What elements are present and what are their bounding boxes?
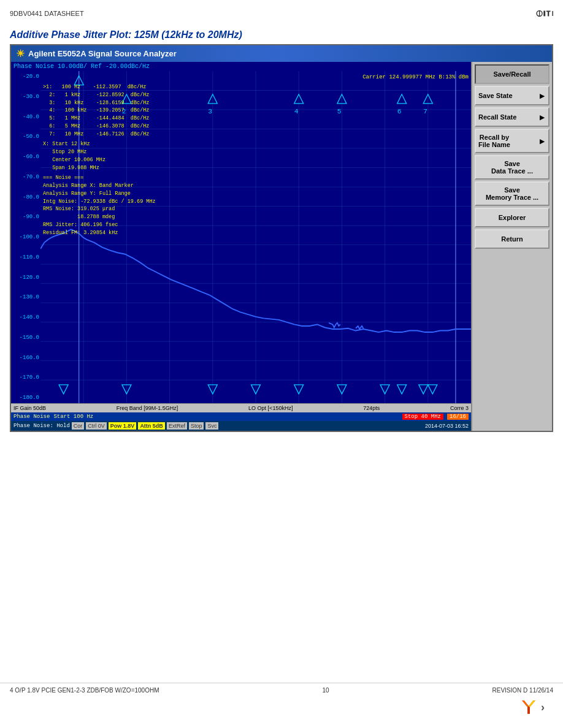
chart-content: -20.0 -30.0 -40.0 -50.0 -60.0 -70.0 -80.… [11, 71, 471, 403]
svg-rect-2 [543, 11, 545, 17]
return-button[interactable]: Return [475, 229, 550, 249]
y-label: -170.0 [12, 374, 39, 381]
y-axis: -20.0 -30.0 -40.0 -50.0 -60.0 -70.0 -80.… [11, 71, 40, 403]
recall-by-filename-button[interactable]: Recall byFile Name ▶ [475, 129, 550, 153]
save-recall-button[interactable]: Save/Recall [475, 64, 550, 84]
status-bar-3: Phase Noise: Hold Cor Ctrl 0V Pow 1.8V A… [11, 421, 471, 431]
footer-center: 10 [322, 687, 329, 694]
status-bar-2: Phase Noise Start 100 Hz Stop 40 MHz 16/… [11, 412, 471, 421]
ctrl-item: Ctrl 0V [86, 422, 107, 430]
corr: Corre 3 [450, 405, 469, 411]
arrow-icon: ▶ [540, 93, 545, 99]
start-label: Start 100 Hz [53, 414, 93, 420]
y-label: -100.0 [12, 234, 39, 240]
cor-item: Cor [72, 422, 85, 430]
chart-header: Phase Noise 10.00dB/ Ref -20.00dBc/Hz [11, 62, 471, 71]
hold-status: Phase Noise: Hold [13, 423, 70, 429]
extref-item: ExtRef [167, 422, 187, 430]
datetime: 2014-07-03 16:52 [425, 423, 469, 429]
chart-area: 2 3 4 5 6 7 Carrier 124.999977 MHz B:13%… [40, 71, 471, 403]
y-label: -70.0 [12, 174, 39, 180]
y-label: -50.0 [12, 134, 39, 140]
pow-item: Pow 1.8V [109, 422, 137, 430]
stop-item: Stop [189, 422, 204, 430]
page-title: Additive Phase Jitter Plot: 125M (12kHz … [0, 25, 563, 44]
instrument-titlebar: ☀ Agilent E5052A Signal Source Analyzer [11, 45, 552, 62]
y-label: -40.0 [12, 114, 39, 120]
svc-item: Svc [205, 422, 218, 430]
arrow-icon: ▶ [540, 114, 545, 121]
y-label: -130.0 [12, 294, 39, 300]
phase-noise-label: Phase Noise [13, 414, 50, 420]
y-label: -160.0 [12, 355, 39, 361]
arrow-icon: ▶ [540, 138, 545, 145]
svg-text:5: 5 [337, 108, 342, 115]
blank-area [0, 432, 563, 665]
if-gain: IF Gain 50dB [13, 405, 46, 411]
document-header: 9DBV0441 DATASHEET IDT [0, 0, 563, 25]
lo-opt: LO Opt [<150kHz] [248, 405, 293, 411]
page-number: 16/16 [447, 414, 469, 420]
y-logo-svg [518, 696, 540, 718]
idt-logo-icon: IDT [536, 5, 553, 22]
y-label: -180.0 [12, 395, 39, 401]
y-label: -150.0 [12, 335, 39, 341]
stop-info: Stop 40 MHz [402, 414, 443, 420]
y-label: -30.0 [12, 94, 39, 100]
save-state-button[interactable]: Save State ▶ [475, 86, 550, 105]
save-data-trace-button[interactable]: SaveData Trace ... [475, 155, 550, 180]
freq-band: Freq Band [99M-1.5GHz] [117, 405, 178, 411]
y-label: -140.0 [12, 314, 39, 320]
instrument-title: Agilent E5052A Signal Source Analyzer [28, 49, 177, 58]
y-label: -120.0 [12, 275, 39, 281]
y-label: -90.0 [12, 214, 39, 220]
y-label: -20.0 [12, 74, 39, 80]
idt-logo: IDT [536, 5, 553, 22]
part-number: 9DBV0441 DATASHEET [10, 10, 84, 17]
footer-right: REVISION D 11/26/14 [492, 687, 554, 694]
pts: 724pts [363, 405, 380, 411]
sun-icon: ☀ [16, 48, 25, 59]
recall-state-button[interactable]: Recall State ▶ [475, 107, 550, 127]
footer-left: 4 O/P 1.8V PCIE GEN1-2-3 ZDB/FOB W/ZO=10… [10, 687, 159, 694]
carrier-info: Carrier 124.999977 MHz B:13% dBm [362, 74, 469, 82]
marker-info: >1: 100 Hz -112.3597 dBc/Hz 2: 1 kHz -12… [43, 83, 156, 237]
y-label: -110.0 [12, 254, 39, 260]
attn-item: Attn 5dB [138, 422, 165, 430]
instrument-wrapper: ☀ Agilent E5052A Signal Source Analyzer … [10, 44, 553, 432]
y-label: -80.0 [12, 194, 39, 200]
save-memory-trace-button[interactable]: SaveMemory Trace ... [475, 181, 550, 206]
svg-text:6: 6 [397, 108, 402, 115]
svg-text:IDT: IDT [552, 10, 553, 17]
footer: 4 O/P 1.8V PCIE GEN1-2-3 ZDB/FOB W/ZO=10… [0, 683, 563, 697]
svg-text:7: 7 [423, 108, 427, 115]
status-bar-1: IF Gain 50dB Freq Band [99M-1.5GHz] LO O… [11, 403, 471, 412]
svg-text:3: 3 [208, 108, 212, 115]
chart-panel: Phase Noise 10.00dB/ Ref -20.00dBc/Hz -2… [11, 62, 472, 431]
y-label: -60.0 [12, 154, 39, 160]
chevron-right-icon: › [541, 701, 545, 714]
idt-y-logo-bottom: › [518, 696, 545, 718]
svg-text:4: 4 [294, 108, 299, 115]
explorer-button[interactable]: Explorer [475, 208, 550, 227]
right-panel: Save/Recall Save State ▶ Recall State ▶ … [472, 62, 552, 431]
